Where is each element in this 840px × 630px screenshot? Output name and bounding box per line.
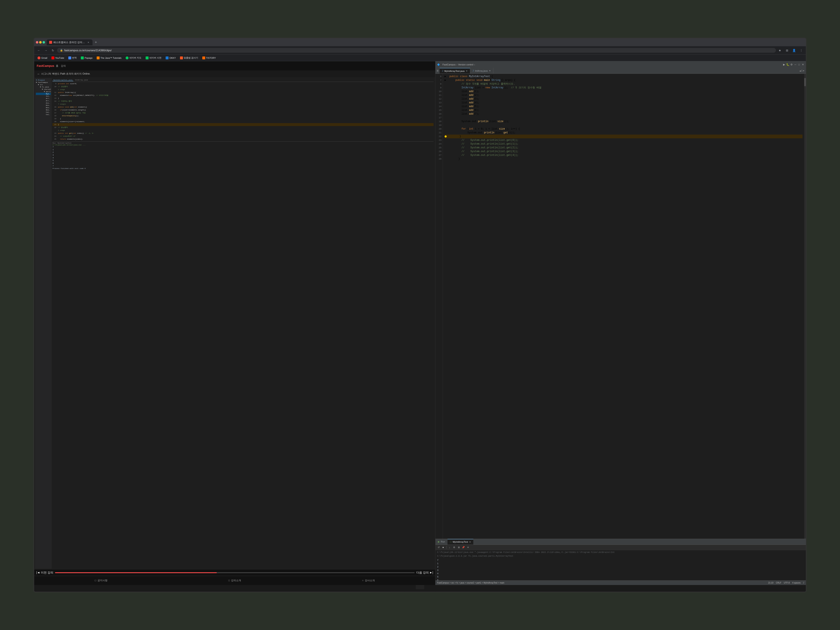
lecture-icon: □ [228, 579, 230, 582]
intellij-panel: 🔷 FastCampus – Version control – ▶ 🐛 ⚙ ─… [436, 61, 806, 585]
notice-icon: □ [95, 579, 96, 582]
run-cmd-text-2: C:\fcjava\gson-2.8.9.jar fc.java.course2… [437, 555, 513, 557]
chrome-maximize-button[interactable] [43, 41, 45, 44]
instructor-icon: ○ [362, 579, 363, 582]
chrome-menu-button[interactable]: ⋮ [798, 47, 804, 53]
fc-nav-instructor[interactable]: ○ 강사소개 [362, 579, 375, 582]
tree-intarray[interactable]: IntArray [36, 95, 51, 97]
bookmark-tistory[interactable]: TISTORY [201, 56, 218, 60]
tab-close-button[interactable]: ✕ [87, 41, 90, 44]
ij-run-tab-myintarray[interactable]: □ MyIntArrayTest ✕ [447, 539, 473, 545]
run-settings-button[interactable]: ⊞ [457, 545, 461, 549]
ij-run-btn-title[interactable]: ▶ [783, 63, 785, 66]
bookmarks-bar: Gmail YouTube 번역 Papago The Java™ Tutori… [34, 55, 805, 61]
active-tab[interactable]: 패스트캠퍼스 온라인 강의 - 프... ✕ [47, 39, 93, 46]
ij-indentation: 4 spaces [792, 582, 801, 584]
video-area: ▼ Project ▼ FastCampus ▼ src ▼ fc.java ▼… [34, 77, 435, 576]
ij-tab-close-1[interactable]: ✕ [466, 70, 467, 72]
ij-run-toolbar: ↺ ■ ↓ ⚙ ⊞ 📌 ✕ [436, 545, 806, 550]
chrome-minimize-button[interactable] [39, 41, 42, 44]
bookmark-youtube[interactable]: YouTube [50, 56, 66, 60]
address-bar[interactable]: 🔒 fastcampus.co.kr/courses/214390/clips/ [57, 48, 775, 53]
ij-tab-close-2[interactable]: ✕ [489, 69, 491, 72]
bookmark-spell-label: 맞춤법 검사기 [184, 56, 198, 59]
code-line-11: · list.add(2); [445, 93, 802, 97]
code-line-23: · // System.out.println(list.get(0)); [445, 138, 802, 142]
new-tab-button[interactable]: + [93, 39, 99, 46]
ij-line-numbers: 6 7 8 9 10 11 12 13 14 15 16 17 [436, 74, 443, 538]
ij-run-panel: ▶ Run □ MyIntArrayTest ✕ ↺ [436, 539, 806, 580]
run-close-button[interactable]: ✕ [466, 545, 470, 549]
ij-title-text: FastCampus – Version control – [442, 63, 781, 66]
run-gutter-icon-2[interactable]: ▶ [445, 78, 446, 82]
bookmark-naver-map[interactable]: 네이버 지도 [124, 55, 143, 60]
run-gutter-icon[interactable]: ▶ [445, 74, 446, 78]
run-output-line-7: 7 [437, 559, 804, 562]
ij-tab-sidebar-toggle[interactable]: ☰ [436, 68, 440, 74]
code-line-28: · } [445, 157, 802, 161]
bookmark-naver-dict[interactable]: 네이버 사전 [144, 55, 163, 60]
ij-code-content[interactable]: ▶ public class MyIntArrayTest { ▶ public… [443, 74, 804, 538]
forward-button[interactable]: → [43, 47, 49, 53]
stand-base [403, 589, 437, 592]
back-arrow[interactable]: ← [37, 72, 40, 76]
code-line-24: · // System.out.println(list.get(1)); [445, 142, 802, 146]
bookmark-java-tutorials[interactable]: The Java™ Tutorials [95, 56, 123, 60]
run-command-line: C:\fcjava\jdk-11\bin\java.exe "-javaagen… [437, 551, 804, 554]
tree-more2: BinaryTest [36, 104, 51, 106]
chrome-close-button[interactable] [36, 41, 38, 44]
run-pin-button[interactable]: 📌 [461, 545, 465, 549]
run-toolbar-divider [446, 546, 447, 549]
ij-window-buttons: ▶ 🐛 ⚙ ─ □ ✕ [783, 63, 804, 66]
ij-scrollbar-thumb [804, 78, 806, 86]
ij-tab-intarray[interactable]: J IntArray.java ✕ [470, 68, 493, 74]
bookmark-papago[interactable]: Papago [79, 56, 94, 60]
run-stop-button[interactable]: ■ [441, 545, 445, 549]
ij-breadcrumb: FastCampus > src > fc > java > course2 >… [437, 582, 766, 584]
bookmark-okky[interactable]: OKKY [164, 56, 177, 60]
bookmark-spell-check[interactable]: 맞춤법 검사기 [178, 55, 200, 60]
java-file-icon-1: J [442, 70, 443, 72]
code-line-19: · [445, 123, 802, 127]
bookmark-gmail[interactable]: Gmail [36, 56, 49, 60]
fc-nav-courses[interactable]: 강의 [61, 64, 66, 68]
video-progress-bar[interactable] [55, 572, 415, 573]
run-tab-close[interactable]: ✕ [469, 541, 471, 543]
tab-title: 패스트캠퍼스 온라인 강의 - 프... [53, 41, 85, 44]
extensions-button[interactable]: ⊞ [784, 47, 790, 53]
next-lecture-button[interactable]: 다음 강의 ►| [416, 571, 433, 575]
lecture-label: 강의소개 [231, 579, 241, 582]
java-file-icon-2: J [473, 69, 474, 72]
tab-favicon [49, 41, 52, 44]
run-tab-label: Run [441, 540, 445, 543]
fc-logo: FastCampus [37, 64, 54, 68]
okky-icon [166, 57, 169, 59]
reload-button[interactable]: ↻ [50, 47, 56, 53]
back-button[interactable]: ← [36, 47, 42, 53]
translate-icon [68, 57, 71, 59]
run-rerun-button[interactable]: ↺ [437, 545, 441, 549]
ij-close-btn[interactable]: ✕ [802, 63, 804, 66]
bookmark-star[interactable]: ★ [777, 47, 783, 53]
fc-nav-notice[interactable]: □ 공지사항 [95, 579, 107, 582]
run-scroll-end-button[interactable]: ↓ [448, 545, 452, 549]
tree-arraydata[interactable]: ArrayData [36, 99, 51, 102]
ij-maximize-btn[interactable]: □ [798, 63, 801, 66]
ij-debug-btn-title[interactable]: 🐛 [787, 63, 789, 66]
account-button[interactable]: 👤 [791, 47, 797, 53]
prev-lecture-button[interactable]: |◄ 이전 강의 [36, 571, 53, 575]
main-content: FastCampus 홈 강의 ← 시그니처 백엔드 Path 초격차 패키지 … [34, 61, 805, 585]
ij-settings-btn-title[interactable]: ⚙ [790, 63, 793, 66]
ij-minimize-btn[interactable]: ─ [794, 63, 797, 66]
run-filter-button[interactable]: ⚙ [452, 545, 456, 549]
run-output-line-5: 5 [437, 575, 804, 578]
tree-arrayexam[interactable]: ArrayExam [36, 97, 51, 99]
ij-run-tab-run[interactable]: ▶ Run [436, 539, 447, 545]
ij-tab-myintarraytest[interactable]: J MyIntArrayTest.java ✕ [440, 68, 470, 74]
fc-nav-home[interactable]: 홈 [56, 64, 58, 68]
fc-nav-lecture[interactable]: □ 강의소개 [228, 579, 241, 582]
bookmark-translate[interactable]: 번역 [67, 55, 78, 60]
ij-editor-scrollbar[interactable] [804, 74, 806, 538]
bookmark-gmail-label: Gmail [41, 57, 47, 59]
tree-myintarray[interactable]: MyIntArrayTest [36, 93, 51, 95]
